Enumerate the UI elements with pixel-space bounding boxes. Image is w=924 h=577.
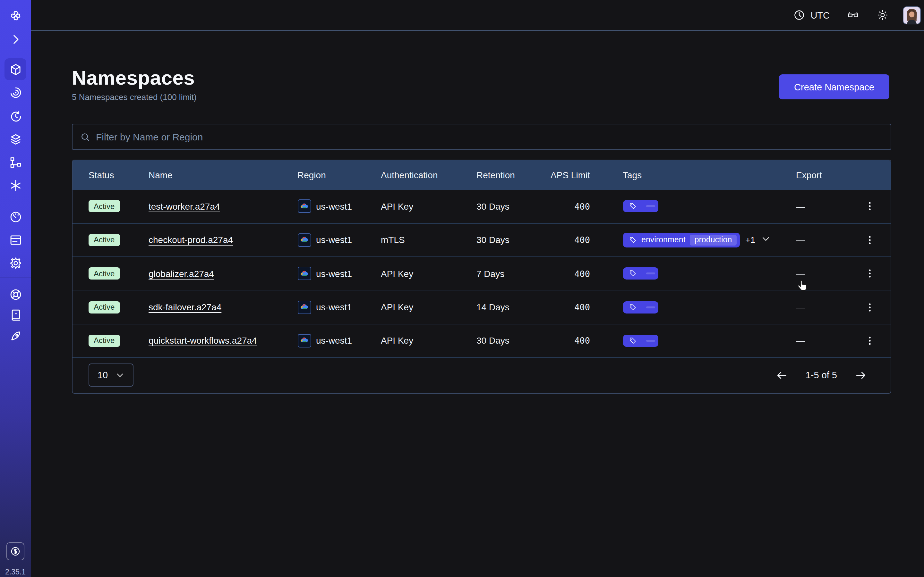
status-badge: Active: [89, 234, 120, 246]
sidebar-expand-chevron-right-icon[interactable]: [0, 30, 31, 48]
asterisk-icon: [9, 179, 22, 192]
page-size-select[interactable]: 10: [89, 364, 134, 387]
retention-value: 30 Days: [477, 335, 550, 346]
sidebar-item-batch-operations[interactable]: [0, 153, 31, 171]
aps-limit-value: 400: [550, 302, 623, 312]
search-icon: [80, 132, 90, 142]
workflow-branch-icon: [9, 155, 22, 169]
table-row[interactable]: Active globalizer.a27a4 us-west1 API Key…: [72, 256, 890, 290]
namespace-name-link[interactable]: checkout-prod.a27a4: [149, 235, 233, 245]
user-avatar[interactable]: [903, 6, 921, 24]
aps-limit-value: 400: [550, 201, 623, 211]
arrow-right-icon: [855, 369, 867, 382]
namespace-name-link[interactable]: globalizer.a27a4: [149, 268, 214, 279]
sidebar-item-support[interactable]: [0, 285, 31, 303]
namespace-name-link[interactable]: sdk-failover.a27a4: [149, 302, 221, 312]
aps-limit-value: 400: [550, 268, 623, 279]
previous-page-button[interactable]: [776, 369, 788, 382]
pagination-range-label: 1-5 of 5: [806, 370, 837, 380]
row-actions-menu-button[interactable]: [849, 324, 890, 357]
timezone-selector[interactable]: UTC: [793, 9, 830, 21]
tag-pill[interactable]: [623, 301, 658, 313]
aps-limit-value: 400: [550, 235, 623, 245]
clock-icon: [793, 9, 805, 21]
topbar: UTC: [31, 0, 924, 31]
sidebar-divider: [0, 277, 31, 278]
sun-icon: [877, 9, 889, 21]
table-row[interactable]: Active sdk-failover.a27a4 us-west1 API K…: [72, 290, 890, 324]
tag-value: production: [690, 235, 737, 245]
namespace-count-subtitle: 5 Namespaces created (100 limit): [72, 92, 197, 102]
tags-expand-chevron-icon[interactable]: [761, 234, 771, 246]
kebab-menu-icon: [864, 201, 875, 211]
google-cloud-icon: [297, 300, 311, 314]
authentication-value: mTLS: [381, 235, 477, 245]
layers-icon: [9, 132, 22, 146]
authentication-value: API Key: [381, 268, 477, 279]
retention-value: 30 Days: [477, 235, 550, 245]
namespace-name-link[interactable]: quickstart-workflows.a27a4: [149, 335, 257, 346]
export-value: —: [796, 302, 849, 312]
namespaces-table: Status Name Region Authentication Retent…: [71, 159, 891, 394]
region-name: us-west1: [316, 335, 352, 346]
region-name: us-west1: [316, 268, 352, 279]
tag-pill[interactable]: [623, 268, 658, 279]
tags-more-count: +1: [745, 235, 755, 245]
row-actions-menu-button[interactable]: [849, 257, 890, 290]
kebab-menu-icon: [864, 301, 875, 313]
countdown-timer-icon: [9, 109, 22, 123]
authentication-value: API Key: [381, 201, 477, 211]
sidebar-item-billing[interactable]: [0, 231, 31, 249]
row-actions-menu-button[interactable]: [849, 224, 890, 257]
lifebuoy-icon: [9, 287, 22, 301]
tag-pill[interactable]: [623, 335, 658, 347]
credits-button[interactable]: [6, 542, 24, 560]
row-actions-menu-button[interactable]: [849, 291, 890, 324]
chevron-down-icon: [115, 371, 124, 380]
sidebar-item-get-started[interactable]: [0, 327, 31, 345]
timezone-label: UTC: [811, 10, 830, 20]
column-header-export: Export: [796, 169, 849, 180]
create-namespace-button[interactable]: Create Namespace: [779, 74, 889, 99]
tag-pill[interactable]: environment production: [623, 233, 740, 247]
tag-pill[interactable]: [623, 200, 658, 212]
sidebar-item-namespaces-active[interactable]: [5, 58, 26, 80]
region-name: us-west1: [316, 302, 352, 312]
browser-card-icon: [9, 233, 22, 247]
authentication-value: API Key: [381, 335, 477, 346]
tag-icon: [628, 269, 637, 277]
book-sparkle-icon: [9, 308, 22, 322]
export-value: —: [796, 235, 849, 245]
kebab-menu-icon: [864, 235, 875, 245]
sidebar-item-settings[interactable]: [0, 254, 31, 272]
table-footer: 10 1-5 of 5: [72, 357, 890, 393]
cube-icon: [9, 63, 22, 76]
column-header-aps-limit: APS Limit: [550, 169, 623, 180]
sidebar-item-docs[interactable]: [0, 306, 31, 324]
table-row[interactable]: Active checkout-prod.a27a4 us-west1 mTLS…: [72, 223, 890, 257]
tag-icon: [628, 236, 637, 244]
tag-value: [646, 205, 655, 207]
target-spiral-icon: [9, 85, 22, 99]
dev-mode-toggle[interactable]: [847, 9, 859, 21]
tag-icon: [628, 202, 637, 210]
row-actions-menu-button[interactable]: [849, 189, 890, 223]
gauge-icon: [9, 210, 22, 223]
temporal-logo-icon[interactable]: [0, 6, 31, 24]
export-value: —: [796, 335, 849, 346]
filter-input[interactable]: [96, 131, 883, 142]
theme-toggle[interactable]: [877, 9, 889, 21]
region-name: us-west1: [316, 235, 352, 245]
table-row[interactable]: Active quickstart-workflows.a27a4 us-wes…: [72, 324, 890, 357]
column-header-retention: Retention: [477, 169, 550, 180]
sidebar-item-target[interactable]: [0, 83, 31, 101]
sidebar-item-nexus[interactable]: [0, 176, 31, 194]
table-row[interactable]: Active test-worker.a27a4 us-west1 API Ke…: [72, 189, 890, 223]
page-size-value: 10: [97, 370, 108, 380]
namespace-name-link[interactable]: test-worker.a27a4: [149, 201, 220, 211]
sidebar-item-schedules[interactable]: [0, 107, 31, 125]
sidebar-item-usage[interactable]: [0, 208, 31, 226]
filter-bar[interactable]: [71, 124, 891, 150]
sidebar-item-deployments[interactable]: [0, 130, 31, 148]
next-page-button[interactable]: [855, 369, 867, 382]
